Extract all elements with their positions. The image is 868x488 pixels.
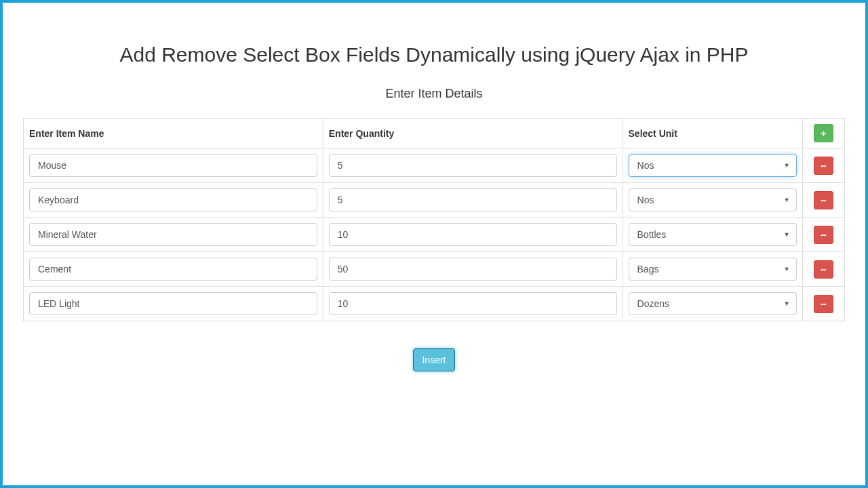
app-frame: Add Remove Select Box Fields Dynamically… (0, 0, 868, 488)
table-row: Nos▼− (24, 148, 845, 183)
quantity-input[interactable] (329, 154, 617, 177)
quantity-input[interactable] (329, 188, 617, 211)
item-name-input[interactable] (29, 154, 317, 177)
insert-wrap: Insert (23, 348, 845, 371)
unit-select[interactable]: Nos (629, 154, 797, 177)
table-header-row: Enter Item Name Enter Quantity Select Un… (24, 119, 845, 148)
minus-icon: − (821, 160, 827, 171)
item-name-input[interactable] (29, 188, 317, 211)
quantity-input[interactable] (329, 292, 617, 315)
item-name-input[interactable] (29, 258, 317, 281)
remove-row-button[interactable]: − (814, 226, 833, 244)
page-subtitle: Enter Item Details (23, 87, 845, 101)
table-row: Bottles▼− (24, 218, 845, 252)
table-row: Dozens▼− (24, 287, 845, 321)
unit-select[interactable]: Bags (629, 258, 797, 281)
table-row: Bags▼− (24, 252, 845, 287)
header-action: + (802, 119, 844, 148)
header-item-name: Enter Item Name (24, 119, 323, 148)
unit-select[interactable]: Nos (629, 188, 797, 211)
table-body: Nos▼−Nos▼−Bottles▼−Bags▼−Dozens▼− (24, 148, 845, 321)
minus-icon: − (821, 298, 827, 310)
unit-select[interactable]: Dozens (629, 292, 797, 315)
minus-icon: − (821, 195, 827, 206)
minus-icon: − (821, 229, 827, 241)
remove-row-button[interactable]: − (814, 260, 833, 279)
items-table: Enter Item Name Enter Quantity Select Un… (23, 118, 845, 321)
item-name-input[interactable] (29, 223, 317, 246)
add-row-button[interactable]: + (814, 124, 833, 142)
plus-icon: + (821, 127, 827, 139)
page-title: Add Remove Select Box Fields Dynamically… (23, 43, 845, 66)
quantity-input[interactable] (329, 223, 617, 246)
insert-button[interactable]: Insert (413, 348, 454, 371)
remove-row-button[interactable]: − (814, 295, 833, 313)
remove-row-button[interactable]: − (814, 191, 833, 209)
quantity-input[interactable] (329, 258, 617, 281)
item-name-input[interactable] (29, 292, 317, 315)
table-row: Nos▼− (24, 183, 845, 218)
container: Add Remove Select Box Fields Dynamically… (3, 43, 865, 371)
header-unit: Select Unit (623, 119, 802, 148)
minus-icon: − (821, 264, 827, 275)
header-quantity: Enter Quantity (323, 119, 623, 148)
unit-select[interactable]: Bottles (629, 223, 797, 246)
remove-row-button[interactable]: − (814, 157, 833, 175)
